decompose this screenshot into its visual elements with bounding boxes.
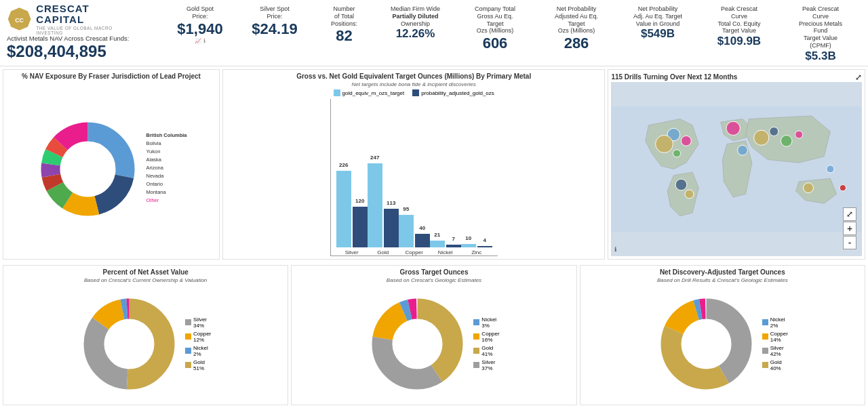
svg-point-19 xyxy=(738,145,748,155)
logo-text: CRESCAT CAPITAL THE VALUE OF GLOBAL MACR… xyxy=(36,3,129,35)
nav-donut-title: Percent of Net Asset Value xyxy=(102,268,188,276)
gold-spot-icons: 📈 ℹ xyxy=(195,38,205,44)
legend-label-gross: gold_equiv_m_ozs_target xyxy=(342,90,405,96)
svg-point-22 xyxy=(781,136,793,147)
svg-point-20 xyxy=(754,130,769,145)
bar-group-zinc: 10 4 Zinc xyxy=(461,244,492,256)
stat-gold-spot-value: $1,940 xyxy=(177,20,222,38)
net-donut-svg xyxy=(657,295,755,393)
bar-copper-gross: 95 xyxy=(399,215,414,247)
stat-peak-equity: Peak Crescat CurveTotal Co. EquityTarget… xyxy=(712,5,766,49)
dashboard: CC CRESCAT CAPITAL THE VALUE OF GLOBAL M… xyxy=(0,0,868,408)
nav-donut-subtitle: Based on Crescat's Current Ownership & V… xyxy=(84,277,207,283)
stat-peak-equity-value: $109.9B xyxy=(717,35,761,48)
header: CC CRESCAT CAPITAL THE VALUE OF GLOBAL M… xyxy=(0,0,868,66)
bar-copper-net: 40 xyxy=(415,234,430,247)
stat-gold-spot: Gold SpotPrice: $1,940 📈 ℹ xyxy=(176,5,224,44)
stat-net-value-ground-value: $549B xyxy=(641,27,675,41)
gross-donut-legend: Nickel3% Copper16% Gold41% Silver37% xyxy=(473,317,499,371)
map-zoom-in-button[interactable]: ⤢ xyxy=(843,207,856,221)
legend-color-gross xyxy=(334,89,340,96)
svg-point-16 xyxy=(676,179,688,190)
stat-net-value-ground: Net ProbabilityAdj. Au Eq. TargetValue i… xyxy=(631,5,685,41)
map-panel: 115 Drills Turning Over Next 12 Months ⤢ xyxy=(608,69,865,260)
gross-donut-svg xyxy=(368,295,467,393)
bar-nickel-gross: 21 xyxy=(430,241,445,247)
stat-ownership: Median Firm WidePartially DilutedOwnersh… xyxy=(390,5,441,41)
svg-point-24 xyxy=(804,183,814,193)
bar-silver-net: 120 xyxy=(353,207,368,247)
stat-peak-cpmf-value: $5.3B xyxy=(805,49,835,63)
net-donut-subtitle: Based on Drill Results & Crescat's Geolo… xyxy=(657,277,788,283)
world-map-svg xyxy=(611,82,862,256)
legend-label-net: probability_adjusted_gold_ozs xyxy=(421,90,494,96)
bottom-row: Percent of Net Asset Value Based on Cres… xyxy=(0,262,868,408)
bar-groups: 226 120 Silver 247 xyxy=(330,99,498,256)
stat-peak-cpmf: Peak Crescat CurvePrecious Metals FundTa… xyxy=(793,5,848,63)
bar-group-gold: 247 113 Gold xyxy=(368,163,399,256)
legend-item-net: probability_adjusted_gold_ozs xyxy=(412,89,494,96)
bar-zinc-net: 4 xyxy=(477,246,492,247)
bar-chart-title: Gross vs. Net Gold Equivalent Target Oun… xyxy=(296,73,531,80)
stat-positions-label: Numberof TotalPositions: xyxy=(331,5,357,27)
stat-silver-spot: Silver SpotPrice: $24.19 xyxy=(251,5,298,38)
bar-zinc-gross: 10 xyxy=(461,244,476,247)
stat-net-prob-au: Net ProbabilityAdjusted Au Eq. TargetOzs… xyxy=(549,5,604,53)
bar-silver-gross: 226 xyxy=(336,171,351,247)
map-info-icon[interactable]: ℹ xyxy=(614,246,616,253)
svg-point-17 xyxy=(685,190,694,199)
jurisdiction-chart-panel: % NAV Exposure By Fraser Jurisdiction of… xyxy=(3,69,220,260)
svg-point-26 xyxy=(840,185,846,191)
charts-row: % NAV Exposure By Fraser Jurisdiction of… xyxy=(0,66,868,262)
svg-point-18 xyxy=(726,121,740,135)
bar-nickel-label: Nickel xyxy=(438,249,453,256)
net-donut-title: Net Discovery-Adjusted Target Ounces xyxy=(660,268,785,276)
nav-value: $208,404,895 xyxy=(7,42,106,61)
bar-chart-subtitle: Net targets include bona fide & incipien… xyxy=(352,81,476,87)
brand-name: CRESCAT CAPITAL xyxy=(36,3,129,26)
gross-donut-title: Gross Target Ounces xyxy=(400,268,469,276)
svg-text:CC: CC xyxy=(15,17,24,24)
logo-img: CC CRESCAT CAPITAL THE VALUE OF GLOBAL M… xyxy=(7,5,129,33)
bar-zinc-label: Zinc xyxy=(471,249,481,256)
map-zoom-plus-button[interactable]: + xyxy=(843,222,856,235)
stat-gross-au: Company TotalGross Au Eq. TargetOzs (Mil… xyxy=(468,5,522,53)
logo-area: CC CRESCAT CAPITAL THE VALUE OF GLOBAL M… xyxy=(7,5,149,61)
map-zoom-minus-button[interactable]: - xyxy=(843,236,856,249)
svg-point-13 xyxy=(656,136,673,153)
jurisdiction-donut-svg xyxy=(35,117,140,222)
map-area: ⤢ + - ℹ xyxy=(611,82,862,256)
bar-chart-legend: gold_equiv_m_ozs_target probability_adju… xyxy=(334,89,494,96)
map-title: 115 Drills Turning Over Next 12 Months xyxy=(611,73,737,81)
bar-gold-gross: 247 xyxy=(368,163,382,247)
stat-ownership-label: Median Firm WidePartially DilutedOwnersh… xyxy=(391,5,440,27)
stat-silver-spot-label: Silver SpotPrice: xyxy=(260,5,290,20)
chart-icon[interactable]: 📈 xyxy=(195,38,201,44)
svg-point-14 xyxy=(682,136,692,146)
stat-peak-cpmf-label: Peak Crescat CurvePrecious Metals FundTa… xyxy=(793,5,848,49)
bar-gold-label: Gold xyxy=(377,249,389,256)
stat-gross-au-value: 606 xyxy=(483,35,508,52)
stat-net-prob-au-value: 286 xyxy=(564,35,589,52)
stat-positions-value: 82 xyxy=(336,27,352,45)
svg-point-21 xyxy=(770,127,778,136)
stat-ownership-value: 12.26% xyxy=(396,27,435,41)
bar-group-silver: 226 120 Silver xyxy=(336,171,368,256)
bar-silver-label: Silver xyxy=(345,249,359,256)
info-icon[interactable]: ℹ xyxy=(203,38,205,44)
bar-copper-label: Copper xyxy=(406,249,423,256)
stat-positions: Numberof TotalPositions: 82 xyxy=(326,5,363,45)
bar-group-copper: 95 40 Copper xyxy=(399,215,430,256)
net-donut-panel: Net Discovery-Adjusted Target Ounces Bas… xyxy=(580,265,865,405)
map-expand-icon[interactable]: ⤢ xyxy=(855,73,862,82)
svg-point-15 xyxy=(673,150,681,157)
stat-net-value-ground-label: Net ProbabilityAdj. Au Eq. TargetValue i… xyxy=(633,5,682,27)
net-donut-legend: Nickel2% Copper14% Silver42% Gold40% xyxy=(762,317,788,371)
legend-color-net xyxy=(412,89,419,96)
jurisdiction-chart-title: % NAV Exposure By Fraser Jurisdiction of… xyxy=(22,73,201,80)
legend-item-gross: gold_equiv_m_ozs_target xyxy=(334,89,405,96)
bar-chart-panel: Gross vs. Net Gold Equivalent Target Oun… xyxy=(222,69,605,260)
crescat-logo-icon: CC xyxy=(7,5,32,33)
brand-tagline: THE VALUE OF GLOBAL MACRO INVESTING xyxy=(36,26,129,35)
stat-net-prob-au-label: Net ProbabilityAdjusted Au Eq. TargetOzs… xyxy=(549,5,604,35)
